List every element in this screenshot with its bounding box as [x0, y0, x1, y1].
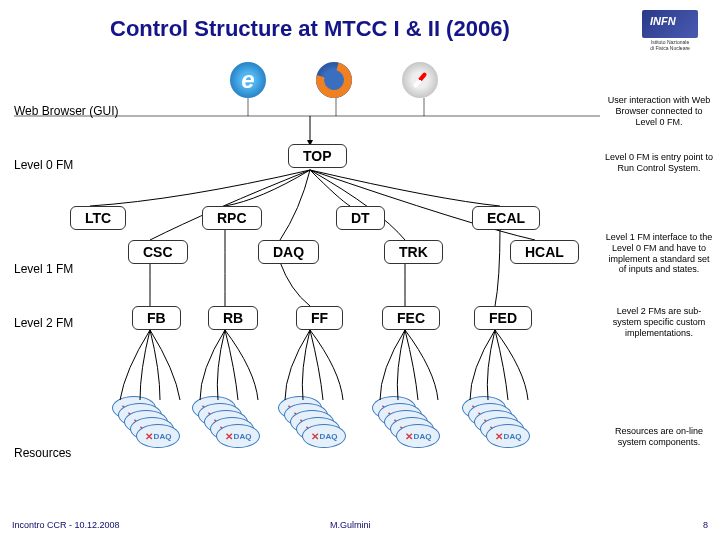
node-fed: FED [474, 306, 532, 330]
infn-sub2: di Fisica Nucleare [630, 46, 710, 52]
node-hcal: HCAL [510, 240, 579, 264]
node-fb: FB [132, 306, 181, 330]
xdaq-stack-1: DAQDAQDAQDAQDAQ [112, 396, 182, 456]
footer-page-number: 8 [703, 520, 708, 530]
infn-logo-block: INFN Istituto Nazionale di Fisica Nuclea… [630, 10, 710, 51]
node-ff: FF [296, 306, 343, 330]
annotation-browser: User interaction with Web Browser connec… [604, 95, 714, 127]
row-label-res: Resources [14, 446, 71, 460]
page-title: Control Structure at MTCC I & II (2006) [110, 16, 510, 42]
xdaq-resource-icon: DAQ [136, 424, 180, 448]
xdaq-stack-5: DAQDAQDAQDAQDAQ [462, 396, 532, 456]
node-dt: DT [336, 206, 385, 230]
ie-browser-icon [230, 62, 266, 98]
node-daq: DAQ [258, 240, 319, 264]
node-rb: RB [208, 306, 258, 330]
row-label-l0: Level 0 FM [14, 158, 73, 172]
infn-logo-icon: INFN [642, 10, 698, 38]
xdaq-stack-4: DAQDAQDAQDAQDAQ [372, 396, 442, 456]
annotation-l2: Level 2 FMs are sub-system specific cust… [604, 306, 714, 338]
footer-left: Incontro CCR - 10.12.2008 [12, 520, 120, 530]
xdaq-resource-icon: DAQ [396, 424, 440, 448]
node-trk: TRK [384, 240, 443, 264]
safari-browser-icon [402, 62, 438, 98]
xdaq-stack-3: DAQDAQDAQDAQDAQ [278, 396, 348, 456]
xdaq-resource-icon: DAQ [302, 424, 346, 448]
node-ecal: ECAL [472, 206, 540, 230]
firefox-browser-icon [316, 62, 352, 98]
xdaq-resource-icon: DAQ [216, 424, 260, 448]
row-label-l1: Level 1 FM [14, 262, 73, 276]
node-ltc: LTC [70, 206, 126, 230]
node-csc: CSC [128, 240, 188, 264]
xdaq-stack-2: DAQDAQDAQDAQDAQ [192, 396, 262, 456]
row-label-browser: Web Browser (GUI) [14, 104, 118, 118]
annotation-res: Resources are on-line system components. [604, 426, 714, 448]
annotation-l0: Level 0 FM is entry point to Run Control… [604, 152, 714, 174]
row-label-l2: Level 2 FM [14, 316, 73, 330]
infn-logo-text: INFN [650, 15, 676, 27]
xdaq-resource-icon: DAQ [486, 424, 530, 448]
browser-icons-row [230, 62, 438, 98]
node-top: TOP [288, 144, 347, 168]
annotation-l1: Level 1 FM interface to the Level 0 FM a… [604, 232, 714, 275]
footer-center: M.Gulmini [330, 520, 371, 530]
node-fec: FEC [382, 306, 440, 330]
node-rpc: RPC [202, 206, 262, 230]
